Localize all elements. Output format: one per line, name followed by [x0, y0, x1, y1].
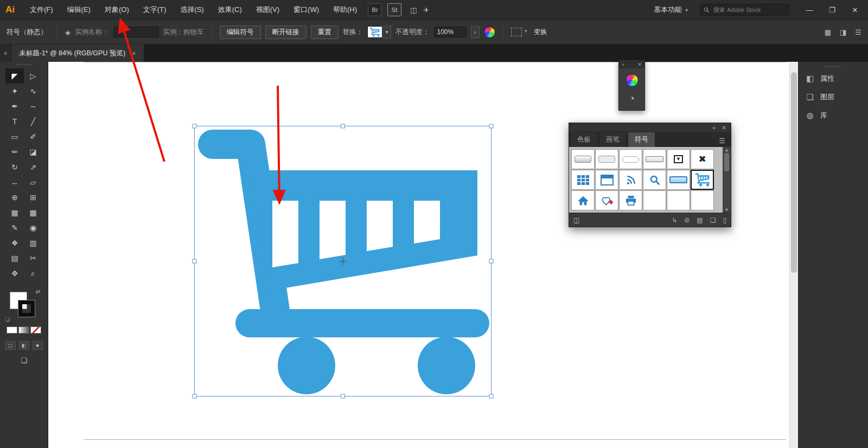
arrange-documents-icon[interactable]: ◫: [410, 6, 417, 14]
slice-tool[interactable]: ✂: [24, 251, 42, 266]
curvature-tool[interactable]: ∼: [24, 99, 42, 114]
tab-brushes[interactable]: 画笔: [599, 132, 627, 147]
menu-item-view[interactable]: 视图(V): [251, 3, 285, 17]
scale-tool[interactable]: ⇗: [24, 159, 42, 175]
hand-tool[interactable]: ✥: [5, 266, 24, 281]
symbol-libraries-menu-icon[interactable]: ◫: [573, 216, 579, 224]
instance-name-input[interactable]: [113, 27, 159, 37]
replace-symbol-dropdown[interactable]: ▾: [367, 25, 391, 39]
scroll-down-icon[interactable]: ▼: [725, 208, 729, 212]
rss-feed-symbol[interactable]: [619, 170, 642, 190]
color-button[interactable]: [7, 327, 17, 334]
tab-symbols[interactable]: 符号: [628, 132, 655, 147]
type-tool[interactable]: T: [5, 114, 24, 129]
recolor-artwork-icon[interactable]: [484, 27, 495, 38]
restore-icon[interactable]: ❐: [827, 6, 838, 14]
dropdown-arrow-symbol[interactable]: ▼: [667, 149, 690, 169]
menu-item-file[interactable]: 文件(F): [24, 3, 59, 17]
web-button-raised-symbol[interactable]: [571, 149, 595, 169]
tab-close-icon[interactable]: ×: [132, 49, 136, 57]
dock-columns-icon[interactable]: ◨: [840, 28, 846, 36]
break-symbol-link-icon[interactable]: ⊘: [684, 216, 690, 224]
close-panel-icon[interactable]: ✕: [637, 62, 642, 67]
bounding-box-icon[interactable]: [511, 28, 522, 36]
transform-link[interactable]: 变换: [534, 28, 547, 37]
screen-mode-normal-icon[interactable]: ▢: [5, 341, 16, 350]
artboard-tool[interactable]: ▤: [5, 251, 24, 266]
tab-swatches[interactable]: 色板: [570, 132, 598, 147]
menu-item-help[interactable]: 帮助(H): [328, 3, 362, 17]
stock-search[interactable]: [700, 4, 789, 16]
gradient-tool[interactable]: ▩: [24, 205, 42, 220]
minimize-icon[interactable]: —: [804, 6, 815, 14]
panel-menu-icon[interactable]: ☰: [719, 137, 730, 147]
rectangle-tool[interactable]: ▭: [5, 129, 24, 144]
dock-item-properties[interactable]: ◧属性: [799, 69, 868, 88]
web-bar-symbol[interactable]: [643, 149, 666, 169]
menu-item-effect[interactable]: 效果(C): [213, 3, 247, 17]
gpu-performance-icon[interactable]: ✈: [423, 6, 429, 14]
screen-mode-menu-icon[interactable]: ◧: [19, 341, 29, 350]
paintbrush-tool[interactable]: ✐: [24, 129, 42, 144]
table-symbol[interactable]: [571, 170, 595, 190]
default-fill-stroke-icon[interactable]: ❏: [5, 317, 10, 322]
draw-mode-icon[interactable]: ❏: [21, 356, 27, 364]
magic-wand-tool[interactable]: ✦: [5, 84, 24, 99]
color-panel-icon[interactable]: [626, 74, 639, 87]
lasso-tool[interactable]: ∿: [24, 84, 42, 99]
menu-item-object[interactable]: 对象(O): [99, 3, 135, 17]
none-button[interactable]: [30, 327, 41, 334]
shape-builder-tool[interactable]: ⊕: [5, 190, 24, 205]
selection-tool[interactable]: ◤: [5, 68, 24, 84]
collapse-dock-icon[interactable]: «: [0, 44, 11, 62]
free-transform-tool[interactable]: ▱: [24, 175, 42, 190]
video-player-symbol[interactable]: [595, 170, 618, 190]
menu-item-window[interactable]: 窗口(W): [288, 3, 324, 17]
perspective-grid-tool[interactable]: ⊞: [24, 190, 42, 205]
new-symbol-icon[interactable]: ❏: [710, 216, 716, 224]
eyedropper-tool[interactable]: ✎: [5, 220, 24, 235]
gradient-button[interactable]: [18, 327, 29, 334]
close-panel-icon[interactable]: ✕: [722, 125, 726, 131]
rotate-tool[interactable]: ↻: [5, 159, 24, 175]
direct-selection-tool[interactable]: ▷: [24, 68, 42, 84]
panel-grip[interactable]: ••••••: [16, 62, 33, 67]
scroll-up-icon[interactable]: ▲: [725, 148, 729, 152]
reset-button[interactable]: 重置: [311, 25, 339, 39]
screen-mode-full-icon[interactable]: ■: [33, 341, 43, 350]
color-guide-panel-icon[interactable]: ◔: [629, 93, 635, 104]
column-graph-tool[interactable]: ▥: [24, 235, 42, 251]
canvas[interactable]: [48, 62, 798, 448]
width-tool[interactable]: ↔: [5, 175, 24, 190]
web-button-flat-symbol[interactable]: [595, 149, 618, 169]
symbol-options-icon[interactable]: ▤: [697, 216, 703, 224]
blend-tool[interactable]: ◉: [24, 220, 42, 235]
close-icon[interactable]: ✕: [850, 6, 860, 14]
zoom-tool[interactable]: ⌕: [24, 266, 42, 281]
dock-item-libraries[interactable]: ◍库: [799, 106, 868, 125]
pen-tool[interactable]: ✒: [5, 99, 24, 114]
break-link-button[interactable]: 断开链接: [265, 25, 307, 39]
search-symbol[interactable]: [643, 170, 666, 190]
opacity-expand-icon[interactable]: ›: [471, 26, 480, 38]
scrollbar-thumb[interactable]: [724, 153, 729, 171]
scrollbar-thumb[interactable]: [791, 72, 797, 273]
workspace-switcher[interactable]: 基本功能 ▾: [654, 5, 688, 15]
shaper-tool[interactable]: ✏: [5, 144, 24, 159]
place-symbol-instance-icon[interactable]: ↳: [672, 216, 677, 224]
search-input[interactable]: [712, 6, 780, 14]
panel-scrollbar[interactable]: ▲ ▼: [723, 147, 731, 213]
edit-symbol-button[interactable]: 编辑符号: [220, 25, 261, 39]
menu-item-select[interactable]: 选择(S): [175, 3, 209, 17]
bridge-icon[interactable]: Br: [368, 3, 382, 16]
document-tab[interactable]: 未标题-1* @ 84% (RGB/GPU 预览) ×: [11, 44, 144, 62]
line-segment-tool[interactable]: ╱: [24, 114, 42, 129]
symbol-sprayer-tool[interactable]: ❖: [5, 235, 24, 251]
menu-item-edit[interactable]: 编辑(E): [62, 3, 96, 17]
eraser-tool[interactable]: ◪: [24, 144, 42, 159]
collapse-panel-icon[interactable]: «: [712, 125, 716, 131]
expand-panel-icon[interactable]: »: [622, 62, 624, 67]
home-symbol[interactable]: [571, 190, 595, 210]
opacity-input[interactable]: 100%: [434, 27, 467, 37]
vertical-scrollbar[interactable]: [789, 62, 798, 448]
